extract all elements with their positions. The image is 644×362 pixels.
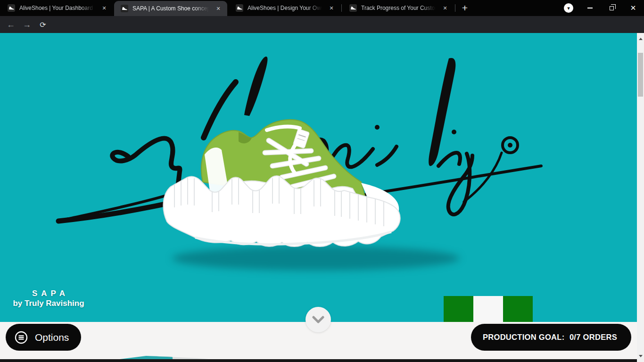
production-goal-value: 0/7 ORDERS bbox=[570, 333, 617, 342]
brand-subtitle: by Truly Ravishing bbox=[8, 299, 89, 308]
tab-close-icon[interactable]: ✕ bbox=[441, 4, 449, 12]
nigeria-flag bbox=[444, 296, 533, 322]
browser-window: AliveShoes | Your Dashboard ✕ SAPA | A C… bbox=[0, 0, 644, 362]
media-controls-button[interactable]: ▾ bbox=[564, 3, 573, 13]
minimize-button[interactable] bbox=[579, 0, 601, 16]
tab-close-icon[interactable]: ✕ bbox=[327, 4, 336, 12]
tab-strip: AliveShoes | Your Dashboard ✕ SAPA | A C… bbox=[0, 0, 644, 16]
scroll-down-button[interactable] bbox=[305, 307, 331, 332]
flag-white-band bbox=[473, 296, 503, 322]
reload-button[interactable]: ⟳ bbox=[35, 16, 51, 33]
tab-dashboard[interactable]: AliveShoes | Your Dashboard ✕ bbox=[1, 0, 113, 16]
tab-track-progress[interactable]: Track Progress of Your Custom Sh ✕ bbox=[343, 0, 454, 16]
brand-block: SAPA by Truly Ravishing bbox=[8, 289, 89, 308]
forward-button[interactable]: → bbox=[19, 16, 35, 33]
tab-close-icon[interactable]: ✕ bbox=[214, 4, 223, 13]
sneaker-product-image bbox=[156, 107, 467, 278]
aliveshoes-favicon-shoe-icon bbox=[349, 4, 357, 12]
scrollbar-thumb[interactable] bbox=[638, 53, 643, 97]
aliveshoes-favicon-shoe-icon bbox=[236, 4, 243, 12]
production-goal-label: PRODUCTION GOAL: bbox=[483, 333, 564, 342]
tab-title: AliveShoes | Design Your Own bbox=[248, 5, 324, 11]
page-scrollbar[interactable] bbox=[637, 33, 644, 362]
restore-icon bbox=[610, 6, 614, 10]
minimize-icon bbox=[587, 8, 593, 8]
tab-close-icon[interactable]: ✕ bbox=[100, 4, 108, 12]
restore-button[interactable] bbox=[601, 0, 622, 16]
new-tab-button[interactable]: + bbox=[458, 1, 471, 15]
browser-toolbar: ← → ⟳ aliveshoes.com/sapa ☆ bbox=[0, 16, 644, 33]
options-label: Options bbox=[35, 332, 69, 343]
flag-green-band bbox=[444, 296, 473, 322]
page-content: Truly Ravishing bbox=[0, 33, 637, 362]
aliveshoes-favicon-shoe-icon bbox=[121, 5, 128, 12]
signature-text: Truly Ravishing bbox=[0, 33, 0, 33]
next-section-edge bbox=[0, 359, 637, 362]
production-goal-badge: PRODUCTION GOAL: 0/7 ORDERS bbox=[471, 324, 631, 351]
tab-separator bbox=[455, 4, 455, 12]
tab-sapa-active[interactable]: SAPA | A Custom Shoe concept b ✕ bbox=[114, 1, 227, 16]
window-close-button[interactable]: ✕ bbox=[622, 0, 644, 16]
tab-title: Track Progress of Your Custom Sh bbox=[361, 5, 438, 11]
tab-title: AliveShoes | Your Dashboard bbox=[19, 5, 97, 11]
scrollbar-up-arrow[interactable] bbox=[637, 35, 644, 42]
options-button[interactable]: Options bbox=[6, 324, 81, 351]
chevron-down-icon bbox=[312, 316, 324, 323]
flag-green-band bbox=[503, 296, 533, 322]
tab-separator bbox=[341, 4, 342, 12]
scrollbar-down-arrow[interactable] bbox=[637, 353, 644, 360]
tab-design-your-own[interactable]: AliveShoes | Design Your Own ✕ bbox=[229, 0, 340, 16]
aliveshoes-favicon-shoe-icon bbox=[8, 4, 15, 12]
back-button[interactable]: ← bbox=[3, 16, 19, 33]
tab-title: SAPA | A Custom Shoe concept b bbox=[132, 5, 211, 12]
hamburger-circle-icon bbox=[14, 330, 28, 345]
hero-section: Truly Ravishing bbox=[0, 33, 637, 322]
brand-title: SAPA bbox=[12, 289, 89, 298]
